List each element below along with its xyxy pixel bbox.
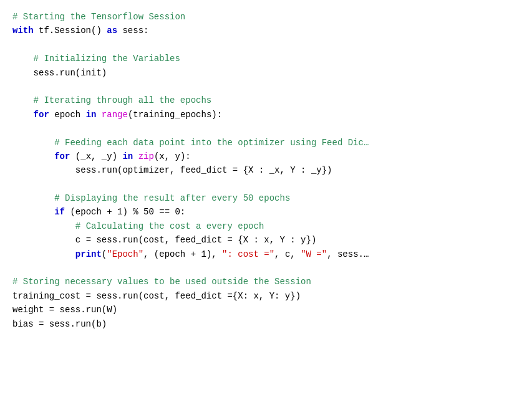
- code-token: if: [54, 207, 65, 217]
- code-line: for epoch in range(training_epochs):: [12, 108, 520, 122]
- code-line: sess.run(init): [12, 66, 520, 80]
- code-token: for: [34, 110, 49, 120]
- code-token: "W =": [301, 249, 327, 259]
- code-line: # Feeding each data point into the optim…: [12, 136, 520, 150]
- code-line: # Storing necessary values to be used ou…: [12, 275, 520, 289]
- code-token: ": cost =": [222, 249, 274, 259]
- code-token: for: [54, 151, 70, 161]
- code-token: weight = sess.run(W): [12, 305, 117, 315]
- code-line: # Iterating through all the epochs: [12, 93, 520, 107]
- code-token: # Initializing the Variables: [34, 54, 180, 64]
- code-token: # Displaying the result after every 50 e…: [54, 193, 290, 203]
- code-line: # Displaying the result after every 50 e…: [12, 191, 520, 205]
- code-token: sess:: [117, 26, 148, 36]
- code-token: epoch: [49, 110, 86, 120]
- code-line: [12, 178, 520, 191]
- code-line: # Starting the Tensorflow Session: [12, 10, 520, 24]
- code-line: if (epoch + 1) % 50 == 0:: [12, 205, 520, 219]
- code-token: (: [102, 249, 107, 259]
- code-line: sess.run(optimizer, feed_dict = {X : _x,…: [12, 163, 520, 177]
- code-token: sess.run(optimizer, feed_dict = {X : _x,…: [75, 165, 332, 175]
- code-line: weight = sess.run(W): [12, 303, 520, 317]
- code-line: c = sess.run(cost, feed_dict = {X : x, Y…: [12, 233, 520, 247]
- code-token: (x, y):: [154, 151, 191, 161]
- code-token: as: [107, 26, 117, 36]
- code-token: "Epoch": [107, 249, 143, 259]
- code-token: print: [75, 249, 102, 259]
- code-token: [96, 110, 101, 120]
- code-token: sess.run(init): [34, 68, 107, 78]
- code-token: # Calculating the cost a every epoch: [75, 221, 264, 231]
- code-token: # Storing necessary values to be used ou…: [12, 277, 311, 287]
- code-line: for (_x, _y) in zip(x, y):: [12, 150, 520, 163]
- code-line: [12, 38, 520, 52]
- code-token: , sess.…: [327, 249, 369, 259]
- code-line: # Initializing the Variables: [12, 52, 520, 65]
- code-line: # Calculating the cost a every epoch: [12, 219, 520, 233]
- code-token: (_x, _y): [70, 151, 122, 161]
- code-token: with: [12, 26, 34, 36]
- code-editor: # Starting the Tensorflow Sessionwith tf…: [12, 10, 520, 331]
- code-line: [12, 122, 520, 135]
- code-line: [12, 261, 520, 275]
- code-token: range: [102, 110, 128, 120]
- code-line: training_cost = sess.run(cost, feed_dict…: [12, 289, 520, 303]
- code-token: bias = sess.run(b): [12, 319, 107, 329]
- code-token: c = sess.run(cost, feed_dict = {X : x, Y…: [75, 235, 316, 245]
- code-token: (epoch + 1) % 50 == 0:: [65, 207, 185, 217]
- code-token: tf.Session(): [34, 26, 107, 36]
- code-line: with tf.Session() as sess:: [12, 24, 520, 37]
- code-token: , (epoch + 1),: [143, 249, 222, 259]
- code-token: # Iterating through all the epochs: [34, 95, 212, 105]
- code-token: zip: [138, 151, 154, 161]
- code-line: [12, 80, 520, 93]
- code-token: in: [86, 110, 97, 120]
- code-token: (training_epochs):: [128, 110, 222, 120]
- code-token: [133, 151, 138, 161]
- code-line: bias = sess.run(b): [12, 317, 520, 331]
- code-line: print("Epoch", (epoch + 1), ": cost =", …: [12, 247, 520, 261]
- code-token: , c,: [274, 249, 301, 259]
- code-token: # Feeding each data point into the optim…: [54, 138, 369, 148]
- code-token: training_cost = sess.run(cost, feed_dict…: [12, 291, 301, 301]
- code-token: in: [122, 151, 133, 161]
- code-token: # Starting the Tensorflow Session: [12, 12, 185, 22]
